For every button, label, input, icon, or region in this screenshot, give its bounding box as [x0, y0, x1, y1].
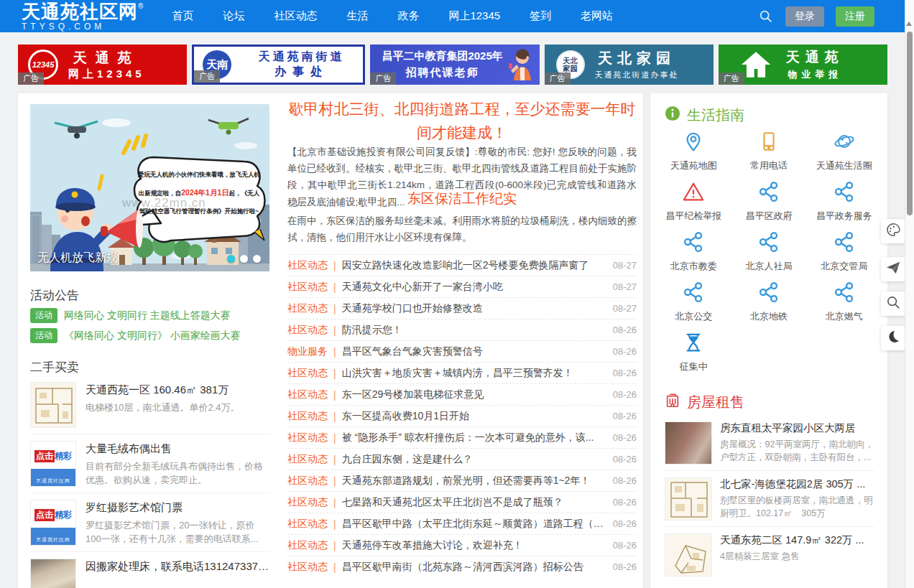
life-guide-title: 生活指南 [687, 106, 744, 125]
news-row[interactable]: 社区动态|山洪灾害＋地质灾害＋城镇内涝，昌平三预警齐发！08-26 [287, 362, 637, 383]
news-title[interactable]: 昌平区歇甲中路（太平庄北街东延～顺黄路）道路工程（勘... [342, 518, 606, 531]
listing-title[interactable]: 天通西苑一区 160.46㎡ 381万 [86, 383, 269, 397]
guide-item-traffic[interactable]: 北京交管局 [806, 231, 882, 272]
housing-item[interactable]: 北七家-海德堡花园2居 305万 ... 别墅区里的板楼两居室，南北通透，明厨明… [665, 471, 874, 527]
ad-banner-school-recruit[interactable]: 广告 昌平二中教育集团2025年 招聘代课老师 [370, 45, 539, 85]
news-row[interactable]: 社区动态|昌平区歇甲南街（北苑东路～清河西滨河路）招标公告08-26 [287, 556, 637, 577]
scrollbar-up-arrow[interactable] [906, 22, 912, 26]
news-row[interactable]: 社区动态|天通苑停车改革措施大讨论，欢迎补充！08-26 [287, 534, 637, 556]
secondhand-item[interactable]: 因搬家处理床，联系电话13124733796 [30, 552, 269, 588]
hero-carousel[interactable]: 爱玩无人机的小伙伴们快来看哦，放飞无人机 出新规定啦，自2024年1月1日起，《… [30, 104, 269, 271]
nav-item-oldsite[interactable]: 老网站 [581, 9, 613, 23]
register-button[interactable]: 注册 [836, 6, 874, 27]
news-row[interactable]: 社区动态|天通苑东部道路规划，前景光明，但还需要再等1~2年！08-26 [287, 470, 637, 491]
news-row[interactable]: 社区动态|昌平区歇甲中路（太平庄北街东延～顺黄路）道路工程（勘...08-26 [287, 513, 637, 534]
secondhand-item[interactable]: 点击精彩 天通苑社区网 大量毛绒布偶出售 目前有部分全新毛绒玩具布偶待出售，价格… [30, 434, 269, 493]
news-title[interactable]: 天通苑停车改革措施大讨论，欢迎补充！ [342, 539, 606, 552]
feedback-button[interactable] [881, 257, 905, 281]
listing-title[interactable]: 因搬家处理床，联系电话13124733796 [86, 560, 269, 574]
nav-item-forum[interactable]: 论坛 [223, 9, 244, 23]
news-row[interactable]: 社区动态|九台庄园东侧，这是建什么？08-26 [287, 448, 637, 470]
life-guide-grid: 天通苑地图 常用电话 天通苑生活圈 昌平纪检举报 昌平区政府 昌平政务服务 北京… [656, 131, 882, 373]
news-title[interactable]: 山洪灾害＋地质灾害＋城镇内涝，昌平三预警齐发！ [342, 367, 606, 380]
news-title[interactable]: 昌平区歇甲南街（北苑东路～清河西滨河路）招标公告 [342, 561, 606, 574]
news-title[interactable]: 九台庄园东侧，这是建什么？ [342, 453, 606, 466]
news-title[interactable]: 东一区提高收费10月1日开始 [342, 410, 606, 423]
guide-item-map[interactable]: 天通苑地图 [656, 131, 731, 172]
featured-headline-2[interactable]: 东区保洁工作纪实 [287, 190, 637, 208]
listing-desc: 电梯楼10层，南北通透。单价2.4万。 [86, 401, 269, 414]
nav-item-checkin[interactable]: 签到 [530, 9, 551, 23]
share-icon [758, 181, 780, 205]
guide-item-hr-bureau[interactable]: 北京人社局 [731, 231, 807, 272]
listing-title[interactable]: 天通东苑二区 147.9㎡ 322万 ... [720, 533, 874, 547]
guide-item-gov-service[interactable]: 昌平政务服务 [806, 181, 882, 222]
guide-item-district-gov[interactable]: 昌平区政府 [731, 181, 807, 222]
news-row[interactable]: 社区动态|东一区29号楼加装电梯征求意见08-26 [287, 383, 637, 405]
news-category: 物业服务 [287, 345, 328, 358]
secondhand-item[interactable]: 点击精彩 天通苑社区网 罗红摄影艺术馆门票 罗红摄影艺术馆门票，20一张转让，原… [30, 493, 269, 552]
news-row[interactable]: 社区动态|东一区提高收费10月1日开始08-26 [287, 405, 637, 426]
guide-item-bus[interactable]: 北京公交 [656, 281, 731, 322]
guide-item-phone[interactable]: 常用电话 [731, 131, 807, 172]
featured-headline-1[interactable]: 歇甲村北三街、北四街道路工程，至少还需要一年时间才能建成！ [287, 98, 637, 144]
carousel-dot-3[interactable] [253, 255, 261, 263]
guide-item-gas[interactable]: 北京燃气 [806, 281, 882, 322]
news-title[interactable]: 天通苑文化中心新开了一家台湾小吃 [342, 281, 606, 294]
guide-item-discipline[interactable]: 昌平纪检举报 [656, 181, 731, 222]
housing-item[interactable]: 房东直租太平家园小区大两居 房屋概况：92平两室两厅，南北朝向，户型方正，双卧朝… [665, 415, 874, 471]
guide-item-education[interactable]: 北京市教委 [656, 231, 731, 272]
activity-item[interactable]: 活动 网络同心 文明同行 主题线上答题大赛 [30, 308, 231, 323]
scrollbar-track[interactable] [905, 0, 914, 588]
news-row[interactable]: 物业服务|昌平区气象台气象灾害预警信号08-26 [287, 340, 637, 362]
news-row[interactable]: 社区动态|七星路和天通苑北区太平庄北街岂不是成了瓶颈？08-26 [287, 491, 637, 513]
search-icon[interactable] [758, 9, 774, 24]
ad-banner-north-office[interactable]: 广告 天北 家园 天北家园 天通苑北街道办事处 [545, 45, 714, 85]
ad-banner-south-office[interactable]: 广告 天南 天通苑南街道 办事处 [192, 45, 365, 85]
nav-item-12345[interactable]: 网上12345 [448, 9, 500, 23]
news-title[interactable]: 因安立路快速化改造影响北一区2号楼要免费换隔声窗了 [342, 259, 606, 272]
news-row[interactable]: 社区动态|被 “隐形杀手” 晾衣杆撞伤后：一次本可避免的意外，该...08-26 [287, 426, 637, 448]
news-title[interactable]: 七星路和天通苑北区太平庄北街岂不是成了瓶颈？ [342, 496, 606, 509]
carousel-dot-1[interactable] [227, 255, 235, 263]
nav-item-home[interactable]: 首页 [172, 9, 193, 23]
news-title[interactable]: 防汛提示您！ [342, 324, 606, 337]
site-domain: TTYSQ.COM [22, 22, 143, 31]
house-icon [740, 51, 772, 78]
nav-item-gov[interactable]: 政务 [397, 9, 419, 23]
news-row[interactable]: 社区动态|防汛提示您！08-26 [287, 319, 637, 340]
nav-item-life[interactable]: 生活 [346, 9, 368, 23]
carousel-dot-2[interactable] [240, 255, 248, 263]
guide-item-collecting[interactable]: 征集中 [656, 332, 731, 373]
activity-item[interactable]: 活动 《网络同心 文明同行》 小画家绘画大赛 [30, 328, 241, 343]
activity-link[interactable]: 网络同心 文明同行 主题线上答题大赛 [64, 309, 231, 322]
housing-item[interactable]: 天通东苑二区 147.9㎡ 322万 ... 4层精装三居室 急售 [665, 527, 874, 582]
listing-title[interactable]: 大量毛绒布偶出售 [86, 442, 269, 456]
activity-link[interactable]: 《网络同心 文明同行》 小画家绘画大赛 [64, 330, 241, 342]
news-title[interactable]: 天通苑学校门口也开始修整改造 [342, 302, 606, 315]
news-row[interactable]: 社区动态|天通苑文化中心新开了一家台湾小吃08-27 [287, 276, 637, 297]
guide-item-lifecircle[interactable]: 天通苑生活圈 [806, 131, 882, 172]
search-float-button[interactable] [881, 291, 905, 316]
secondhand-item[interactable]: 天通西苑一区 160.46㎡ 381万 电梯楼10层，南北通透。单价2.4万。 [30, 375, 269, 434]
listing-title[interactable]: 北七家-海德堡花园2居 305万 ... [720, 477, 874, 491]
dark-mode-button[interactable] [881, 326, 905, 350]
site-logo[interactable]: 天通苑社区网 ® TTYSQ.COM [22, 2, 143, 31]
news-row[interactable]: 社区动态|因安立路快速化改造影响北一区2号楼要免费换隔声窗了08-27 [287, 254, 637, 276]
theme-palette-button[interactable] [881, 219, 905, 243]
news-row[interactable]: 社区动态|天通苑学校门口也开始修整改造08-27 [287, 297, 637, 319]
scrollbar-thumb[interactable] [907, 32, 913, 215]
news-title[interactable]: 昌平区气象台气象灾害预警信号 [342, 345, 606, 358]
news-title[interactable]: 天通苑东部道路规划，前景光明，但还需要再等1~2年！ [342, 475, 606, 487]
activity-section-title: 活动公告 [30, 287, 79, 304]
ad-banner-property-report[interactable]: 广告 天通苑 物业举报 [719, 45, 887, 85]
guide-item-subway[interactable]: 北京地铁 [731, 281, 807, 322]
ad-banner-12345[interactable]: 广告 12345 天通苑 网上12345 [18, 45, 187, 85]
listing-title[interactable]: 房东直租太平家园小区大两居 [720, 421, 874, 435]
nav-item-community[interactable]: 社区动态 [274, 9, 317, 23]
news-title[interactable]: 被 “隐形杀手” 晾衣杆撞伤后：一次本可避免的意外，该... [342, 431, 606, 444]
login-button[interactable]: 登录 [785, 6, 824, 27]
listing-title[interactable]: 罗红摄影艺术馆门票 [86, 501, 269, 515]
listing-desc: 4层精装三居室 急售 [720, 550, 874, 563]
news-title[interactable]: 东一区29号楼加装电梯征求意见 [342, 388, 606, 401]
